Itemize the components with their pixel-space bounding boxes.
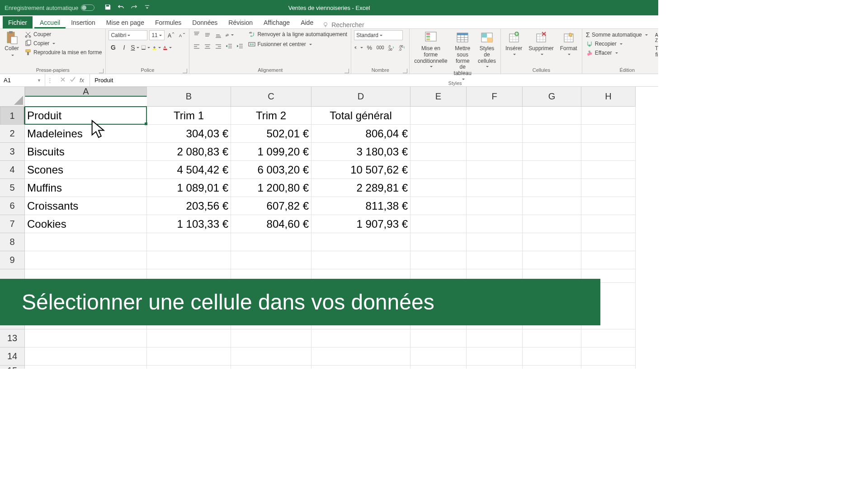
cell-c5[interactable]: 1 200,80 € bbox=[231, 179, 311, 197]
align-left-icon[interactable] bbox=[192, 42, 201, 51]
align-center-icon[interactable] bbox=[203, 42, 212, 51]
cell-styles-button[interactable]: Styles de cellules bbox=[476, 30, 498, 68]
cell-a1[interactable]: Produit bbox=[25, 107, 147, 125]
cell-d2[interactable]: 806,04 € bbox=[311, 125, 410, 143]
col-header-g[interactable]: G bbox=[523, 87, 581, 107]
col-header-c[interactable]: C bbox=[231, 87, 311, 107]
row-header-3[interactable]: 3 bbox=[0, 143, 25, 161]
tab-view[interactable]: Affichage bbox=[258, 16, 295, 28]
cell-a4[interactable]: Scones bbox=[25, 161, 147, 179]
tab-review[interactable]: Révision bbox=[223, 16, 258, 28]
row-header-8[interactable]: 8 bbox=[0, 233, 25, 251]
font-size-select[interactable]: 11 bbox=[149, 30, 165, 40]
row-header-1[interactable]: 1 bbox=[0, 107, 25, 125]
cell-a7[interactable]: Cookies bbox=[25, 215, 147, 233]
increase-indent-icon[interactable] bbox=[236, 42, 245, 51]
row-header-2[interactable]: 2 bbox=[0, 125, 25, 143]
tab-formulas[interactable]: Formules bbox=[150, 16, 187, 28]
copy-button[interactable]: Copier bbox=[24, 39, 103, 47]
cell-a6[interactable]: Croissants bbox=[25, 197, 147, 215]
fill-color-button[interactable] bbox=[152, 43, 161, 52]
save-icon[interactable] bbox=[104, 4, 111, 12]
select-all-corner[interactable] bbox=[0, 87, 25, 107]
col-header-a[interactable]: A bbox=[25, 87, 147, 97]
autosum-button[interactable]: ΣSomme automatique bbox=[585, 30, 649, 39]
col-header-e[interactable]: E bbox=[410, 87, 467, 107]
qat-customize-icon[interactable] bbox=[144, 4, 151, 12]
row-header-7[interactable]: 7 bbox=[0, 215, 25, 233]
cells-area[interactable]: Produit Trim 1 Trim 2 Total général Made… bbox=[25, 107, 636, 369]
decrease-indent-icon[interactable] bbox=[225, 42, 234, 51]
cell-b7[interactable]: 1 103,33 € bbox=[147, 215, 231, 233]
wrap-text-button[interactable]: abRenvoyer à la ligne automatiquement bbox=[247, 30, 348, 38]
launcher-icon[interactable] bbox=[183, 69, 187, 73]
enter-formula-icon[interactable] bbox=[70, 76, 76, 84]
sort-filter-button[interactable]: AZTrier filtre bbox=[651, 30, 658, 58]
cell-c2[interactable]: 502,01 € bbox=[231, 125, 311, 143]
row-header-13[interactable]: 13 bbox=[0, 329, 25, 347]
cell-c1[interactable]: Trim 2 bbox=[231, 107, 311, 125]
cell-d7[interactable]: 1 907,93 € bbox=[311, 215, 410, 233]
cell-d6[interactable]: 811,38 € bbox=[311, 197, 410, 215]
paste-button[interactable]: Coller bbox=[3, 30, 21, 58]
cancel-formula-icon[interactable] bbox=[60, 76, 66, 84]
cell-h1[interactable] bbox=[581, 107, 636, 125]
cell-d4[interactable]: 10 507,62 € bbox=[311, 161, 410, 179]
cell-e1[interactable] bbox=[410, 107, 467, 125]
decrease-decimal-icon[interactable]: ,00,0 bbox=[397, 43, 406, 52]
underline-button[interactable]: S bbox=[130, 43, 139, 52]
align-middle-icon[interactable] bbox=[203, 30, 212, 39]
fx-icon[interactable]: fx bbox=[80, 77, 84, 84]
name-box[interactable]: A1▼ bbox=[0, 74, 45, 86]
tab-file[interactable]: Fichier bbox=[3, 16, 33, 28]
undo-icon[interactable] bbox=[118, 4, 124, 12]
launcher-icon[interactable] bbox=[403, 69, 407, 73]
format-as-table-button[interactable]: Mettre sous forme de tableau bbox=[452, 30, 473, 80]
merge-center-button[interactable]: Fusionner et centrer bbox=[247, 40, 348, 48]
redo-icon[interactable] bbox=[131, 4, 137, 12]
align-top-icon[interactable] bbox=[192, 30, 201, 39]
cell-d1[interactable]: Total général bbox=[311, 107, 410, 125]
launcher-icon[interactable] bbox=[344, 69, 349, 73]
comma-format-icon[interactable]: 000 bbox=[376, 43, 385, 52]
tab-data[interactable]: Données bbox=[187, 16, 223, 28]
cell-b5[interactable]: 1 089,01 € bbox=[147, 179, 231, 197]
border-button[interactable] bbox=[141, 43, 150, 52]
cell-c4[interactable]: 6 003,20 € bbox=[231, 161, 311, 179]
cell-b3[interactable]: 2 080,83 € bbox=[147, 143, 231, 161]
italic-button[interactable]: I bbox=[119, 43, 128, 52]
cell-f1[interactable] bbox=[467, 107, 523, 125]
col-header-h[interactable]: H bbox=[581, 87, 636, 107]
delete-cells-button[interactable]: Supprimer bbox=[527, 30, 555, 56]
cell-d5[interactable]: 2 289,81 € bbox=[311, 179, 410, 197]
decrease-font-icon[interactable]: A bbox=[177, 31, 186, 40]
row-header-5[interactable]: 5 bbox=[0, 179, 25, 197]
cell-a3[interactable]: Biscuits bbox=[25, 143, 147, 161]
tab-home[interactable]: Accueil bbox=[34, 16, 66, 28]
col-header-f[interactable]: F bbox=[467, 87, 523, 107]
tab-help[interactable]: Aide bbox=[295, 16, 319, 28]
cell-b1[interactable]: Trim 1 bbox=[147, 107, 231, 125]
tab-layout[interactable]: Mise en page bbox=[101, 16, 150, 28]
tell-me-search[interactable]: Rechercher bbox=[322, 21, 364, 28]
cell-b4[interactable]: 4 504,42 € bbox=[147, 161, 231, 179]
cell-d3[interactable]: 3 180,03 € bbox=[311, 143, 410, 161]
row-header-14[interactable]: 14 bbox=[0, 347, 25, 366]
align-right-icon[interactable] bbox=[214, 42, 223, 51]
align-bottom-icon[interactable] bbox=[214, 30, 223, 39]
clear-button[interactable]: Effacer bbox=[585, 49, 649, 57]
cell-b2[interactable]: 304,03 € bbox=[147, 125, 231, 143]
cell-a2[interactable]: Madeleines bbox=[25, 125, 147, 143]
cut-button[interactable]: Couper bbox=[24, 30, 103, 38]
percent-format-icon[interactable]: % bbox=[365, 43, 374, 52]
format-painter-button[interactable]: Reproduire la mise en forme bbox=[24, 48, 103, 56]
format-cells-button[interactable]: Format bbox=[558, 30, 579, 56]
tab-insert[interactable]: Insertion bbox=[66, 16, 101, 28]
row-header-6[interactable]: 6 bbox=[0, 197, 25, 215]
cell-c6[interactable]: 607,82 € bbox=[231, 197, 311, 215]
bold-button[interactable]: G bbox=[108, 43, 118, 52]
cell-g1[interactable] bbox=[523, 107, 581, 125]
col-header-b[interactable]: B bbox=[147, 87, 231, 107]
number-format-select[interactable]: Standard bbox=[354, 30, 403, 40]
conditional-formatting-button[interactable]: Mise en forme conditionnelle bbox=[412, 30, 449, 68]
